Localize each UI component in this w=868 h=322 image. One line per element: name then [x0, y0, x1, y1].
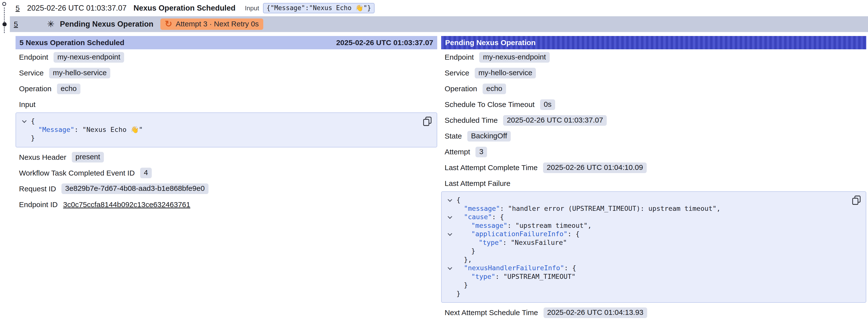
pending-fields: Endpointmy-nexus-endpointServicemy-hello… — [441, 49, 866, 175]
timeline-gutter — [0, 0, 11, 37]
scheduled-panel-title: 5 Nexus Operation Scheduled — [20, 38, 124, 47]
field-row: Last Attempt Complete Time2025-02-26 UTC… — [441, 160, 866, 175]
code-line: { — [16, 117, 437, 126]
failure-section-label: Last Attempt Failure — [444, 179, 510, 188]
input-section-label: Input — [19, 100, 35, 109]
code-line: { — [442, 196, 866, 204]
field-row: Servicemy-hello-service — [16, 65, 437, 81]
field-value-badge: echo — [483, 84, 506, 94]
field-row: Nexus Headerpresent — [16, 150, 437, 165]
field-value-badge: my-hello-service — [49, 68, 110, 78]
code-line: "nexusHandlerFailureInfo": { — [442, 264, 866, 272]
code-line: } — [442, 281, 866, 289]
code-line: "cause": { — [442, 213, 866, 221]
scheduled-event-panel: 5 Nexus Operation Scheduled 2025-02-26 U… — [16, 36, 437, 322]
pending-operation-panel: Pending Nexus Operation Endpointmy-nexus… — [441, 36, 866, 322]
event-row-scheduled[interactable]: 5 2025-02-26 UTC 01:03:37.07 Nexus Opera… — [0, 0, 868, 16]
timeline-circle-icon — [2, 2, 6, 6]
field-value-badge: echo — [57, 84, 81, 94]
field-label: Endpoint — [19, 53, 48, 61]
field-row: Operationecho — [441, 81, 866, 97]
timeline-dot-icon — [2, 22, 7, 26]
input-code-lines: {"Message": "Nexus Echo 👋"} — [16, 117, 437, 142]
field-label: Schedule To Close Timeout — [444, 100, 535, 109]
code-line: "type": "UPSTREAM_TIMEOUT" — [442, 272, 866, 281]
field-row: Endpointmy-nexus-endpoint — [441, 49, 866, 65]
code-line: "message": "upstream timeout", — [442, 221, 866, 230]
field-label: Operation — [444, 85, 477, 93]
event-row-pending[interactable]: 5 ✳ Pending Nexus Operation ↻ Attempt 3 … — [10, 16, 868, 32]
field-value-link[interactable]: 3c0c75ccfa8144b092c13ce632463761 — [63, 200, 190, 209]
failure-section-row: Last Attempt Failure — [441, 175, 866, 191]
code-line: } — [442, 289, 866, 298]
field-label: Last Attempt Complete Time — [444, 163, 538, 172]
field-label: Service — [19, 69, 44, 77]
collapse-chevron-icon[interactable] — [447, 266, 452, 270]
attempt-badge-label: Attempt 3 · Next Retry 0s — [176, 20, 259, 28]
collapse-chevron-icon[interactable] — [22, 119, 26, 124]
code-line: "message": "handler error (UPSTREAM_TIME… — [442, 204, 866, 213]
pending-fields-after: Next Attempt Schedule Time2025-02-26 UTC… — [441, 305, 866, 321]
code-line: } — [16, 134, 437, 142]
pending-panel-header: Pending Nexus Operation — [441, 36, 866, 49]
field-row: Scheduled Time2025-02-26 UTC 01:03:37.07 — [441, 112, 866, 128]
field-row: Endpoint ID3c0c75ccfa8144b092c13ce632463… — [16, 197, 437, 213]
field-label: Next Attempt Schedule Time — [444, 309, 538, 317]
scheduled-panel-timestamp: 2025-02-26 UTC 01:03:37.07 — [336, 38, 433, 47]
field-label: Attempt — [444, 148, 470, 156]
field-row: Schedule To Close Timeout0s — [441, 97, 866, 112]
field-row: Next Attempt Schedule Time2025-02-26 UTC… — [441, 305, 866, 321]
copy-icon[interactable] — [852, 195, 861, 205]
field-label: Request ID — [19, 185, 56, 193]
input-code-block: {"Message": "Nexus Echo 👋"} — [16, 112, 437, 148]
failure-code-lines: {"message": "handler error (UPSTREAM_TIM… — [442, 196, 866, 298]
field-value-badge: 3e829b7e-7d67-4b08-aad3-b1e868bfe9e0 — [61, 184, 209, 194]
code-line: }, — [442, 255, 866, 264]
copy-icon[interactable] — [423, 117, 432, 126]
field-value-badge: 3 — [475, 147, 487, 157]
field-row: StateBackingOff — [441, 128, 866, 144]
field-label: Endpoint — [444, 53, 474, 61]
field-value-badge: 2025-02-26 UTC 01:04:10.09 — [543, 162, 647, 173]
field-row: Request ID3e829b7e-7d67-4b08-aad3-b1e868… — [16, 181, 437, 197]
attempt-retry-badge: ↻ Attempt 3 · Next Retry 0s — [160, 19, 263, 30]
field-value-badge: 2025-02-26 UTC 01:04:13.93 — [544, 308, 647, 318]
event-input-chip: {"Message":"Nexus Echo 👋"} — [263, 3, 375, 13]
scheduled-fields-bottom: Nexus HeaderpresentWorkflow Task Complet… — [16, 150, 437, 213]
event-input-label: Input — [245, 4, 259, 12]
field-value-badge: my-nexus-endpoint — [479, 52, 550, 63]
event-id-link[interactable]: 5 — [16, 4, 20, 12]
field-label: Scheduled Time — [444, 116, 498, 125]
code-line: } — [442, 247, 866, 255]
field-label: State — [444, 132, 462, 140]
field-label: Service — [444, 69, 469, 77]
pending-panel-body: Endpointmy-nexus-endpointServicemy-hello… — [441, 49, 866, 322]
field-row: Operationecho — [16, 81, 437, 97]
scheduled-panel-body: Endpointmy-nexus-endpointServicemy-hello… — [16, 49, 437, 322]
field-value-badge: 0s — [540, 99, 555, 110]
input-section-row: Input — [16, 97, 437, 112]
timeline-connector-line — [4, 7, 5, 33]
collapse-chevron-icon[interactable] — [447, 232, 452, 236]
retry-icon: ↻ — [165, 20, 172, 28]
field-row: Workflow Task Completed Event ID4 — [16, 165, 437, 181]
failure-code-block: {"message": "handler error (UPSTREAM_TIM… — [441, 191, 866, 303]
field-row: Endpointmy-nexus-endpoint — [16, 49, 437, 65]
field-row: Servicemy-hello-service — [441, 65, 866, 81]
collapse-chevron-icon[interactable] — [447, 215, 452, 219]
scheduled-panel-header: 5 Nexus Operation Scheduled 2025-02-26 U… — [16, 36, 437, 49]
code-line: "type": "NexusFailure" — [442, 238, 866, 247]
field-label: Workflow Task Completed Event ID — [19, 169, 135, 177]
field-label: Endpoint ID — [19, 200, 58, 209]
field-label: Operation — [19, 85, 52, 93]
field-value-badge: BackingOff — [467, 131, 511, 141]
collapse-chevron-icon[interactable] — [447, 198, 452, 202]
pending-spinner-icon: ✳ — [47, 19, 55, 29]
field-row: Attempt3 — [441, 144, 866, 160]
field-value-badge: my-nexus-endpoint — [54, 52, 124, 63]
pending-panel-title: Pending Nexus Operation — [445, 38, 536, 47]
field-label: Nexus Header — [19, 153, 66, 161]
field-value-badge: my-hello-service — [475, 68, 536, 78]
event-id-link[interactable]: 5 — [14, 20, 18, 28]
field-value-badge: 2025-02-26 UTC 01:03:37.07 — [503, 115, 607, 126]
